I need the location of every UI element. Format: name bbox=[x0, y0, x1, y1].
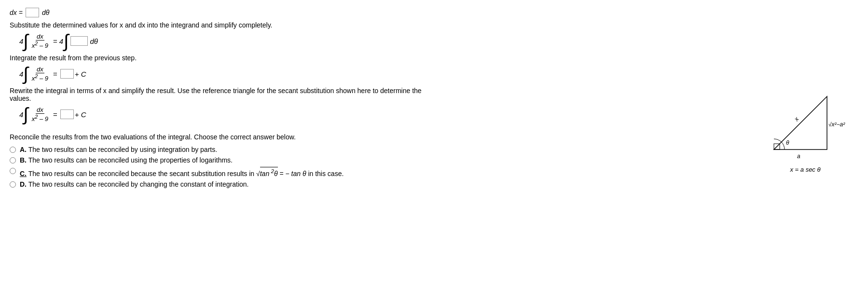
hypotenuse-label: x bbox=[792, 115, 800, 123]
formula-tan: tan θ bbox=[291, 170, 306, 177]
dx-equation: dx = dθ bbox=[10, 8, 444, 17]
instruction-rewrite: Rewrite the integral in terms of x and s… bbox=[10, 87, 444, 102]
integral-sign-4: ∫ bbox=[23, 105, 28, 123]
angle-label: θ bbox=[786, 139, 789, 146]
opposite-label: √x²−a² bbox=[828, 121, 845, 128]
equals-2: = bbox=[53, 70, 57, 78]
plus-c-2: + C bbox=[75, 110, 86, 119]
integral-rewrite: 4 ∫ dx x2 – 9 = + C bbox=[19, 105, 444, 123]
numerator-1: dx bbox=[36, 33, 44, 41]
integral-sign-2: ∫ bbox=[64, 32, 69, 50]
option-b-label: B. The two results can be reconciled usi… bbox=[20, 156, 233, 164]
radio-b[interactable] bbox=[10, 157, 16, 163]
formula-sqrt: √tan 2θ bbox=[256, 170, 279, 177]
adjacent-label: a bbox=[797, 153, 800, 160]
equals-1: = bbox=[53, 37, 57, 45]
formula-equals: = − bbox=[279, 170, 289, 177]
denominator-2: x2 – 9 bbox=[31, 73, 49, 82]
triangle-formula: x = a sec θ bbox=[762, 166, 849, 173]
equals-sign: = bbox=[19, 9, 23, 16]
fraction-1: dx x2 – 9 bbox=[31, 33, 49, 49]
option-a-label: A. The two results can be reconciled by … bbox=[20, 146, 217, 153]
integrand-input[interactable] bbox=[70, 36, 88, 46]
option-c-label: C. The two results can be reconciled bec… bbox=[20, 167, 344, 177]
option-a: A. The two results can be reconciled by … bbox=[10, 146, 444, 153]
formula-suffix: in this case. bbox=[308, 170, 344, 177]
integral-substitute: 4 ∫ dx x2 – 9 = 4 ∫ dθ bbox=[19, 32, 444, 50]
result-input[interactable] bbox=[60, 69, 74, 79]
radio-d[interactable] bbox=[10, 181, 16, 188]
option-c: C. The two results can be reconciled bec… bbox=[10, 167, 444, 177]
option-d-label: D. The two results can be reconciled by … bbox=[20, 180, 248, 188]
instruction-substitute: Substitute the determined values for x a… bbox=[10, 21, 444, 29]
triangle-svg: x √x²−a² a θ bbox=[764, 87, 846, 164]
radio-a[interactable] bbox=[10, 147, 16, 153]
integral-result: 4 ∫ dx x2 – 9 = + C bbox=[19, 65, 444, 83]
instruction-reconcile: Reconcile the results from the two evalu… bbox=[10, 133, 444, 141]
option-d: D. The two results can be reconciled by … bbox=[10, 180, 444, 188]
fraction-3: dx x2 – 9 bbox=[31, 106, 49, 123]
dtheta-label: dθ bbox=[42, 9, 49, 16]
dx-label: dx bbox=[10, 9, 17, 16]
numerator-3: dx bbox=[36, 106, 44, 114]
denominator-1: x2 – 9 bbox=[31, 41, 49, 49]
radio-c[interactable] bbox=[10, 168, 16, 174]
integral-sign-3: ∫ bbox=[23, 65, 28, 83]
denominator-3: x2 – 9 bbox=[31, 114, 49, 123]
svg-marker-0 bbox=[774, 96, 827, 150]
instruction-integrate: Integrate the result from the previous s… bbox=[10, 54, 444, 62]
dtheta-2: dθ bbox=[90, 37, 98, 45]
coeff2: 4 bbox=[59, 37, 63, 45]
reference-triangle: x √x²−a² a θ x = a sec θ bbox=[762, 87, 849, 173]
tan-squared: tan 2θ bbox=[260, 167, 278, 177]
fraction-2: dx x2 – 9 bbox=[31, 66, 49, 82]
option-b: B. The two results can be reconciled usi… bbox=[10, 156, 444, 164]
final-input[interactable] bbox=[60, 109, 74, 119]
integral-sign-1: ∫ bbox=[23, 32, 28, 50]
plus-c-1: + C bbox=[75, 70, 86, 78]
answer-options: A. The two results can be reconciled by … bbox=[10, 146, 444, 188]
numerator-2: dx bbox=[36, 66, 44, 73]
equals-3: = bbox=[53, 110, 57, 119]
dx-input-box[interactable] bbox=[26, 8, 39, 17]
